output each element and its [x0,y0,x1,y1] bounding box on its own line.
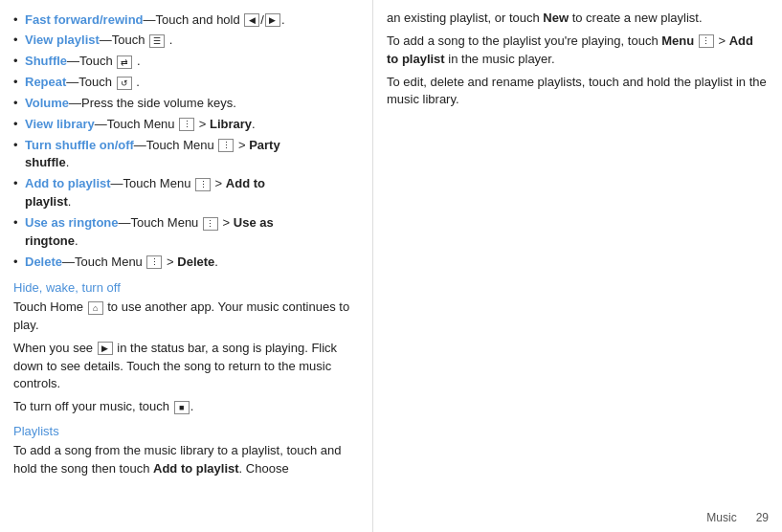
bullet-label-view-library: View library [25,117,95,131]
bullet-list: Fast forward/rewind—Touch and hold ◀/▶. … [13,10,359,273]
bullet-shuffle: Shuffle—Touch ⇄ . [13,52,359,73]
bullet-label-add-playlist: Add to playlist [25,176,111,190]
right-para3: To edit, delete and rename playlists, to… [387,74,767,110]
forward-icon: ▶ [265,13,280,27]
section-hide-para3: To turn off your music, touch ■. [13,398,359,416]
menu-icon-3: ⋮ [195,178,211,191]
bullet-add-playlist: Add to playlist—Touch Menu ⋮ > Add topla… [13,174,359,213]
right-para1: an existing playlist, or touch New to cr… [387,10,767,28]
section-hide-para2: When you see ▶ in the status bar, a song… [13,340,359,394]
bullet-label-turn-shuffle: Turn shuffle on/off [25,138,134,152]
bullet-delete: Delete—Touch Menu ⋮ > Delete. [13,252,359,273]
right-column: an existing playlist, or touch New to cr… [373,0,782,532]
playlist-icon: ☰ [149,34,165,48]
home-icon: ⌂ [88,301,103,315]
stop-icon: ■ [174,401,190,414]
bullet-label-use-ringtone: Use as ringtone [25,215,119,230]
rewind-icon: ◀ [244,13,259,27]
bullet-label-shuffle: Shuffle [25,54,67,68]
footer: Music 29 [706,511,769,524]
right-para2: To add a song to the playlist you're pla… [387,33,767,69]
menu-icon-right: ⋮ [699,34,714,48]
bullet-use-ringtone: Use as ringtone—Touch Menu ⋮ > Use asrin… [13,212,359,252]
slash-separator: / [260,12,264,27]
menu-icon-4: ⋮ [203,217,218,231]
repeat-icon: ↺ [117,77,132,90]
footer-music-label: Music [706,511,736,524]
library-bold: Library [210,117,252,131]
menu-icon-2: ⋮ [218,139,234,152]
section-hide-wake-title: Hide, wake, turn off [13,280,359,295]
bullet-turn-shuffle: Turn shuffle on/off—Touch Menu ⋮ > Party… [13,135,359,174]
bullet-fast-forward: Fast forward/rewind—Touch and hold ◀/▶. [13,10,359,31]
menu-icon-5: ⋮ [146,255,162,269]
bullet-label-repeat: Repeat [25,75,66,89]
menu-icon-1: ⋮ [179,118,194,131]
menu-bold: Menu [661,33,694,48]
bullet-label-volume: Volume [25,96,69,110]
bullet-label-view-playlist: View playlist [25,33,100,47]
bullet-repeat: Repeat—Touch ↺ . [13,73,359,94]
bullet-label-fast-forward: Fast forward/rewind [25,12,144,27]
section-playlists-title: Playlists [13,424,359,438]
play-status-icon: ▶ [98,342,113,355]
bullet-view-playlist: View playlist—Touch ☰ . [13,31,359,52]
footer-page-number: 29 [756,511,769,524]
section-playlists-para1: To add a song from the music library to … [13,442,359,478]
left-column: Fast forward/rewind—Touch and hold ◀/▶. … [0,0,373,532]
new-bold: New [543,11,569,25]
section-hide-para1: Touch Home ⌂ to use another app. Your mu… [13,299,359,335]
add-to-playlist-inline-bold: Add to playlist [153,461,239,476]
bullet-view-library: View library—Touch Menu ⋮ > Library. [13,114,359,135]
bullet-volume: Volume—Press the side volume keys. [13,93,359,114]
bullet-label-delete: Delete [25,255,62,269]
delete-bold: Delete [177,255,214,269]
shuffle-icon: ⇄ [117,55,132,69]
